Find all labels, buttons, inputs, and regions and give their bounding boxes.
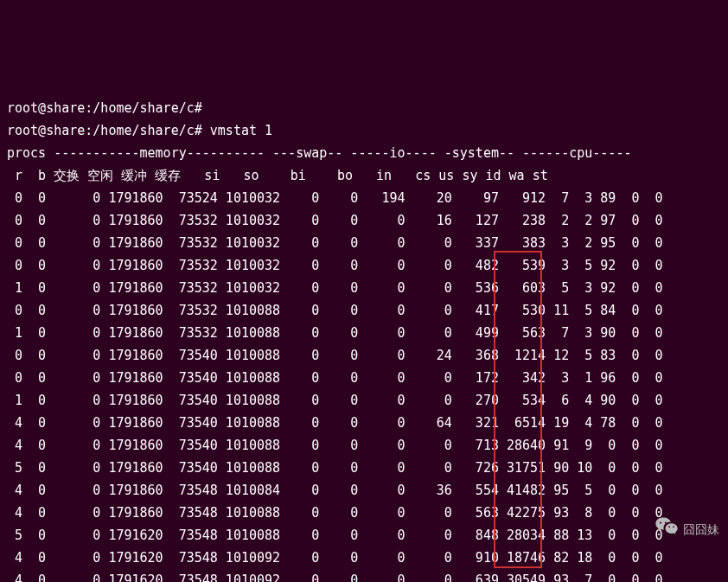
- terminal-line: 4 0 0 1791620 73548 1010092 0 0 0 0 639 …: [7, 569, 721, 582]
- terminal-line: 0 0 0 1791860 73532 1010032 0 0 0 0 482 …: [7, 254, 721, 277]
- terminal-line: 0 0 0 1791860 73524 1010032 0 0 194 20 9…: [7, 187, 721, 209]
- terminal-line: 1 0 0 1791860 73532 1010088 0 0 0 0 499 …: [7, 322, 721, 344]
- terminal-line: 0 0 0 1791860 73532 1010088 0 0 0 0 417 …: [7, 299, 721, 322]
- terminal-line: 0 0 0 1791860 73532 1010032 0 0 0 0 337 …: [7, 232, 721, 254]
- terminal-line: 0 0 0 1791860 73540 1010088 0 0 0 24 368…: [7, 344, 721, 367]
- terminal-line: 5 0 0 1791860 73540 1010088 0 0 0 0 726 …: [7, 457, 721, 479]
- terminal-line: 1 0 0 1791860 73532 1010032 0 0 0 0 536 …: [7, 277, 721, 299]
- terminal-line: 0 0 0 1791860 73532 1010032 0 0 0 16 127…: [7, 209, 721, 232]
- terminal-line: root@share:/home/share/c# vmstat 1: [7, 119, 721, 142]
- terminal-line: 4 0 0 1791860 73548 1010084 0 0 0 36 554…: [7, 479, 721, 502]
- terminal-line: 4 0 0 1791860 73548 1010088 0 0 0 0 563 …: [7, 502, 721, 524]
- terminal-line: procs -----------memory---------- ---swa…: [7, 142, 721, 164]
- terminal-line: 4 0 0 1791620 73548 1010092 0 0 0 0 910 …: [7, 547, 721, 569]
- terminal-line: 5 0 0 1791620 73548 1010088 0 0 0 0 848 …: [7, 524, 721, 547]
- terminal-line: 4 0 0 1791860 73540 1010088 0 0 0 0 713 …: [7, 434, 721, 457]
- terminal-line: r b 交换 空闲 缓冲 缓存 si so bi bo in cs us sy …: [7, 164, 721, 187]
- terminal-line: root@share:/home/share/c#: [7, 97, 721, 119]
- terminal-line: 4 0 0 1791860 73540 1010088 0 0 0 64 321…: [7, 412, 721, 434]
- terminal-line: 0 0 0 1791860 73540 1010088 0 0 0 0 172 …: [7, 367, 721, 389]
- terminal-output[interactable]: root@share:/home/share/c#root@share:/hom…: [7, 97, 721, 582]
- terminal-line: 1 0 0 1791860 73540 1010088 0 0 0 0 270 …: [7, 389, 721, 412]
